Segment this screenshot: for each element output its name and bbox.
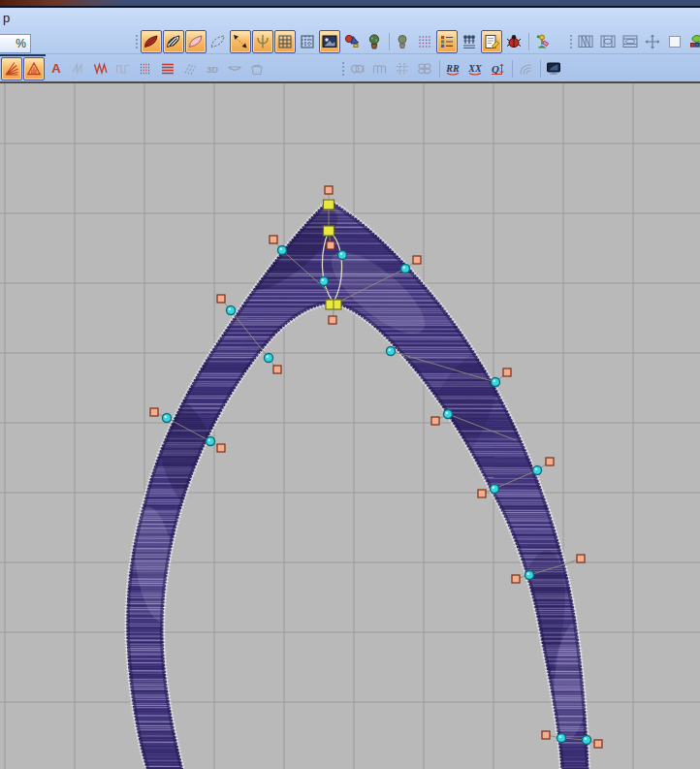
mesh-fill-button[interactable] <box>392 57 413 80</box>
tree-motif-button[interactable] <box>364 30 385 53</box>
bug-tool-button[interactable] <box>503 30 525 53</box>
svg-text:3D: 3D <box>207 64 218 75</box>
grid-toggle-button[interactable] <box>274 30 296 53</box>
stitch-sequence-button[interactable] <box>459 30 480 53</box>
stitch-tent-button[interactable] <box>23 57 45 80</box>
wreath-button[interactable] <box>620 30 641 53</box>
square-wave-button[interactable] <box>369 57 391 80</box>
curve-point-node[interactable] <box>278 246 287 255</box>
plant-icon <box>394 33 411 50</box>
square-wave-icon <box>371 60 389 78</box>
curve-point-node[interactable] <box>387 347 396 356</box>
control-handle-node[interactable] <box>273 366 281 373</box>
svg-text:A: A <box>51 61 61 76</box>
florist-tool-button[interactable] <box>531 30 553 53</box>
trapunto-button[interactable] <box>224 57 245 80</box>
menu-text[interactable]: p <box>3 11 10 25</box>
control-handle-node[interactable] <box>478 490 486 497</box>
stitch-angle-button[interactable] <box>252 30 273 53</box>
canvas-svg[interactable] <box>0 83 700 769</box>
leaf-filled-icon <box>143 33 160 50</box>
toolbar-area: p % A3D RRXXQ <box>0 8 700 81</box>
hatch-fill-button[interactable] <box>179 57 201 80</box>
zigzag-off-button[interactable] <box>68 57 89 80</box>
curve-point-node[interactable] <box>525 571 534 580</box>
control-handle-node[interactable] <box>577 555 585 562</box>
run-stitch-button[interactable] <box>112 57 134 80</box>
grid-snap-button[interactable] <box>297 30 318 53</box>
new-object-button[interactable] <box>664 30 685 53</box>
tree-icon <box>366 33 383 50</box>
basket-weave-button[interactable] <box>246 57 268 80</box>
reshape-points-button[interactable] <box>230 30 251 53</box>
anchor-node[interactable] <box>324 200 334 209</box>
curve-point-node[interactable] <box>533 466 542 475</box>
flexi-split-a-button[interactable]: RR <box>442 57 463 80</box>
curve-point-node[interactable] <box>491 485 499 494</box>
contour-button[interactable] <box>515 57 536 80</box>
screen-preview-button[interactable] <box>543 57 564 80</box>
curve-point-node[interactable] <box>227 306 236 315</box>
control-handle-node[interactable] <box>431 417 439 425</box>
control-handle-node[interactable] <box>325 186 333 194</box>
fill-satin-button[interactable] <box>141 30 162 53</box>
node-highlight <box>208 439 210 441</box>
toolbar-grip-dots[interactable] <box>133 31 141 52</box>
fill-pattern-button[interactable] <box>163 30 184 53</box>
embroidery-object[interactable] <box>0 192 700 769</box>
effect-3d-button[interactable]: 3D <box>202 57 223 80</box>
tatami-fill-button[interactable] <box>135 57 156 80</box>
zigzag-stitch-button[interactable] <box>90 57 111 80</box>
toolbar-grip-dots[interactable] <box>567 31 575 52</box>
svg-text:XX: XX <box>467 63 482 74</box>
toolbar-grip-dots[interactable] <box>339 58 347 80</box>
empty-square-icon <box>666 33 684 50</box>
control-handle-node[interactable] <box>594 740 602 748</box>
plant-motif-button[interactable] <box>392 30 413 53</box>
curve-point-node[interactable] <box>444 410 453 419</box>
main-toolbar-right-group <box>567 29 700 54</box>
curve-point-node[interactable] <box>401 265 410 273</box>
satin-fill-button[interactable] <box>157 57 178 80</box>
control-handle-node[interactable] <box>413 256 421 264</box>
anchor-node[interactable] <box>324 226 334 236</box>
control-handle-node[interactable] <box>329 316 336 324</box>
curve-point-node[interactable] <box>320 277 329 286</box>
curve-point-node[interactable] <box>492 378 500 387</box>
control-handle-node[interactable] <box>503 368 511 376</box>
curve-point-node[interactable] <box>338 251 347 260</box>
control-handle-node[interactable] <box>270 236 277 243</box>
color-film-button[interactable] <box>436 30 458 53</box>
stitch-fan-button[interactable] <box>1 57 22 80</box>
flexi-split-b-button[interactable]: XX <box>464 57 486 80</box>
mirror-horizontal-button[interactable] <box>597 30 619 53</box>
control-handle-node[interactable] <box>217 295 225 303</box>
control-handle-node[interactable] <box>217 444 225 452</box>
chain-links-button[interactable] <box>414 57 435 80</box>
control-handle-node[interactable] <box>327 241 334 249</box>
stitch-points-button[interactable] <box>414 30 435 53</box>
object-properties-button[interactable] <box>481 30 502 53</box>
fill-applique-button[interactable] <box>185 30 207 53</box>
outline-run-button[interactable] <box>207 30 229 53</box>
design-canvas[interactable] <box>0 81 700 769</box>
program-split-button[interactable] <box>347 57 368 80</box>
leaf-dashed-icon <box>209 33 227 50</box>
show-picture-button[interactable] <box>319 30 340 53</box>
control-handle-node[interactable] <box>512 575 520 583</box>
lettering-button[interactable]: A <box>46 57 67 80</box>
curve-point-node[interactable] <box>265 354 273 363</box>
size-effect-button[interactable]: Q <box>487 57 508 80</box>
move-center-button[interactable] <box>642 30 663 53</box>
curve-point-node[interactable] <box>163 414 172 423</box>
control-handle-node[interactable] <box>542 731 550 739</box>
color-object-button[interactable] <box>686 30 700 53</box>
mirror-vertical-button[interactable] <box>575 30 596 53</box>
curve-point-node[interactable] <box>207 437 215 446</box>
control-handle-node[interactable] <box>150 408 158 416</box>
shapes-button[interactable] <box>341 30 363 53</box>
curve-point-node[interactable] <box>583 736 591 745</box>
curve-point-node[interactable] <box>557 734 566 743</box>
zigzag-red-icon <box>92 60 110 78</box>
control-handle-node[interactable] <box>546 458 554 465</box>
